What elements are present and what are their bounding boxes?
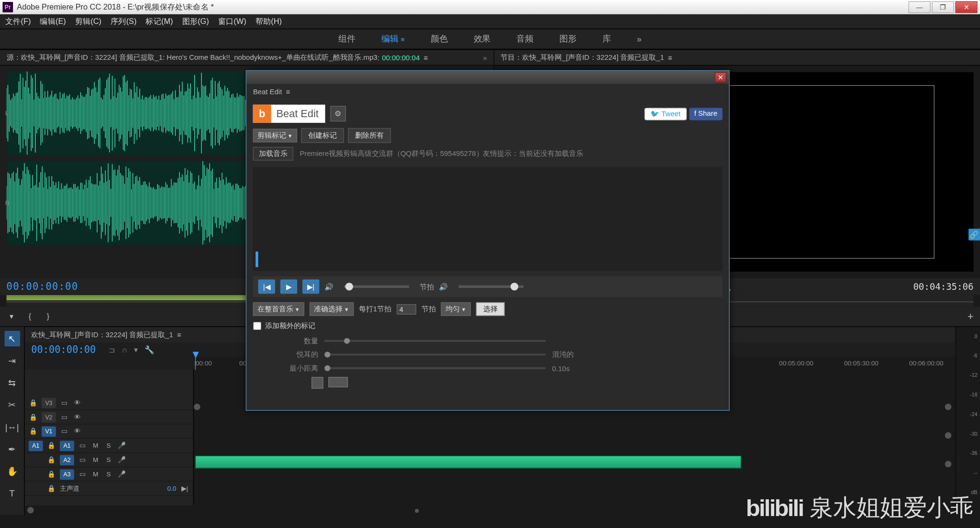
settings-icon[interactable]: 🔧 (145, 345, 154, 354)
ws-graphics[interactable]: 图形 (559, 33, 576, 44)
marker-type-select[interactable]: 剪辑标记▼ (253, 129, 297, 143)
volume-slider[interactable] (344, 286, 409, 288)
zoom-handle[interactable] (945, 404, 952, 410)
slip-tool[interactable]: |↔| (4, 419, 20, 435)
track-headers: 🔒V3▭👁 🔒V2▭👁 🔒V1▭👁 A1🔒A1▭MS🎤 🔒A2▭MS🎤 🔒A3▭… (25, 370, 194, 506)
ripple-tool[interactable]: ⇆ (4, 375, 20, 391)
menu-bar: 文件(F) 编辑(E) 剪辑(C) 序列(S) 标记(M) 图形(G) 窗口(W… (0, 14, 980, 29)
beat-edit-logo: b Beat Edit (253, 105, 325, 123)
menu-graphics[interactable]: 图形(G) (182, 16, 209, 27)
menu-file[interactable]: 文件(F) (5, 16, 31, 27)
snap-icon[interactable]: ⊐ (109, 345, 115, 354)
extra-markers-checkbox[interactable] (253, 322, 262, 330)
info-text: Premiere视频剪辑高级交流群（QQ群号码：595495278）友情提示：当… (300, 149, 583, 158)
audio-meter: 0 -6 -12 -18 -24 -30 -36 -- dB (955, 327, 980, 515)
source-tab[interactable]: 源： 欢快_耳聆网_[声音ID：32224] 音频已提取_1: Hero's C… (0, 50, 493, 66)
play-icon[interactable]: ▶ (280, 279, 297, 294)
source-timecode[interactable]: 00:00:00:00 (7, 281, 78, 292)
channel-left-label: L (5, 110, 9, 117)
dice-icon[interactable] (312, 377, 323, 388)
beat-edit-tab[interactable]: Beat Edit (253, 88, 282, 95)
razor-tool[interactable]: ✂ (4, 397, 20, 413)
ws-editing[interactable]: 编辑 (381, 33, 405, 44)
menu-edit[interactable]: 编辑(E) (40, 16, 66, 27)
menu-sequence[interactable]: 序列(S) (111, 16, 136, 27)
uniform-select[interactable]: 均匀▼ (441, 302, 470, 316)
speaker2-icon[interactable]: 🔊 (439, 282, 448, 291)
menu-marker[interactable]: 标记(M) (145, 16, 173, 27)
count-slider[interactable] (324, 340, 546, 342)
type-tool[interactable]: T (4, 485, 20, 501)
src-a1: A1 (29, 440, 43, 451)
menu-clip[interactable]: 剪辑(C) (75, 16, 101, 27)
close-button[interactable]: ✕ (955, 1, 977, 13)
ws-assembly[interactable]: 组件 (338, 33, 355, 44)
audio-clip[interactable] (195, 456, 742, 469)
program-tab[interactable]: 节目： 欢快_耳聆网_[声音ID：32224] 音频已提取_1 ≡ (494, 50, 980, 66)
scope-select[interactable]: 在整首音乐▼ (253, 302, 304, 316)
add-button-icon[interactable]: + (968, 311, 974, 322)
pen-tool[interactable]: ✒ (4, 441, 20, 457)
timeline-timecode[interactable]: 00:00:00:00 (31, 344, 96, 355)
window-title: Adobe Premiere Pro CC 2018 - E:\pr视频保存处\… (17, 1, 213, 12)
skip-end-icon[interactable]: ▶| (302, 279, 319, 294)
channel-right-label: R (5, 199, 10, 207)
create-markers-button[interactable]: 创建标记 (301, 128, 344, 143)
ws-audio[interactable]: 音频 (516, 33, 533, 44)
ws-library[interactable]: 库 (602, 33, 611, 44)
randomize-button[interactable] (328, 377, 348, 387)
tweet-button[interactable]: 🐦 Tweet (645, 108, 686, 120)
workspace-bar: 组件 编辑 颜色 效果 音频 图形 库 » (0, 29, 980, 49)
beat-volume-slider[interactable] (458, 286, 523, 288)
speaker-icon[interactable]: 🔊 (324, 282, 334, 291)
tool-strip: ↖ ⇥ ⇆ ✂ |↔| ✒ ✋ T (0, 327, 25, 515)
zoom-handle[interactable] (945, 432, 952, 439)
hzoom-handle[interactable] (27, 507, 34, 514)
selection-tool[interactable]: ↖ (4, 331, 20, 347)
in-point-icon[interactable]: { (25, 311, 35, 322)
track-select-tool[interactable]: ⇥ (4, 353, 20, 369)
ws-color[interactable]: 颜色 (431, 33, 447, 44)
zoom-handle[interactable] (194, 404, 200, 410)
source-overflow-icon[interactable]: » (483, 54, 487, 61)
menu-window[interactable]: 窗口(W) (218, 16, 246, 27)
load-music-button[interactable]: 加载音乐 (253, 147, 293, 161)
skip-start-icon[interactable]: |◀ (258, 279, 275, 294)
premiere-icon: Pr (2, 2, 13, 12)
minimize-button[interactable]: — (909, 1, 931, 13)
zoom-handle[interactable] (945, 461, 952, 468)
menu-help[interactable]: 帮助(H) (256, 16, 282, 27)
dialog-close-button[interactable]: ✕ (715, 72, 726, 83)
program-duration: 00:04:35:06 (913, 281, 973, 292)
beat-waveform-area[interactable] (253, 167, 723, 271)
marker-add-icon[interactable]: ▾ (134, 345, 138, 354)
mindist-slider[interactable] (324, 367, 546, 369)
pleasant-slider[interactable] (324, 353, 546, 355)
maximize-button[interactable]: ❐ (932, 1, 954, 13)
linked-sel-icon[interactable]: ∩ (122, 345, 128, 354)
precision-select[interactable]: 准确选择▼ (310, 302, 354, 316)
hand-tool[interactable]: ✋ (4, 463, 20, 479)
delete-all-button[interactable]: 删除所有 (348, 128, 391, 143)
out-point-icon[interactable]: } (43, 311, 54, 322)
gear-icon[interactable]: ⚙ (330, 106, 346, 122)
ws-effects[interactable]: 效果 (474, 33, 490, 44)
beat-edit-dialog: ✕ Beat Edit≡ b Beat Edit ⚙ 🐦 Tweet f Sha… (246, 70, 730, 411)
share-button[interactable]: f Share (689, 108, 723, 120)
every-input[interactable] (397, 304, 416, 314)
beat-playhead[interactable] (256, 252, 258, 267)
select-button[interactable]: 选择 (476, 302, 505, 316)
window-titlebar: Pr Adobe Premiere Pro CC 2018 - E:\pr视频保… (0, 0, 980, 14)
link-badge-icon[interactable]: 🔗 (969, 229, 980, 240)
ws-overflow[interactable]: » (637, 34, 642, 44)
dialog-titlebar[interactable]: ✕ (246, 71, 729, 84)
marker-icon[interactable]: ▾ (7, 311, 17, 322)
